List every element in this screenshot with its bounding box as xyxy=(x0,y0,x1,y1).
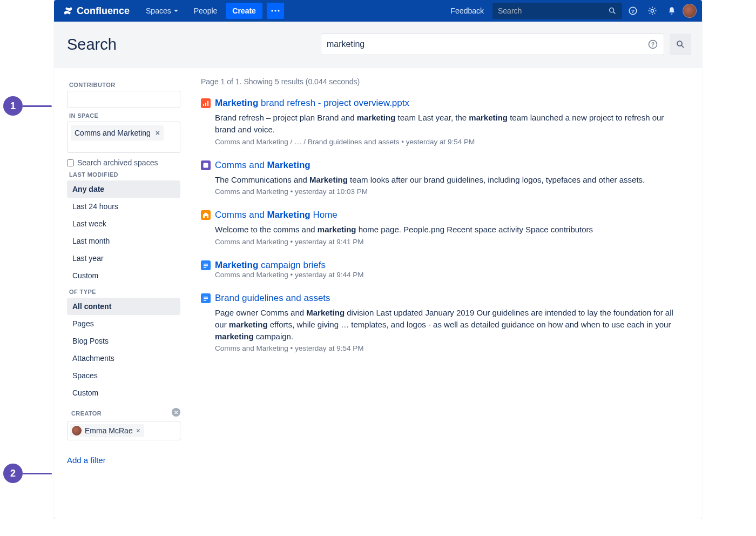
results-panel: Page 1 of 1. Showing 5 results (0.044 se… xyxy=(188,77,702,465)
creator-name: Emma McRae xyxy=(85,426,133,435)
creator-chip: Emma McRae × xyxy=(70,424,144,437)
help-button[interactable]: ? xyxy=(624,2,642,19)
filter-option[interactable]: Pages xyxy=(67,315,180,332)
archived-checkbox[interactable] xyxy=(67,159,74,166)
result-path: Comms and Marketing • yesterday at 9:44 … xyxy=(215,271,686,279)
svg-rect-13 xyxy=(205,103,206,106)
contributor-label: CONTRIBUTOR xyxy=(69,82,180,88)
result-title-link[interactable]: Comms and Marketing xyxy=(215,160,310,171)
svg-rect-15 xyxy=(204,163,208,168)
svg-line-4 xyxy=(613,12,615,14)
home-icon xyxy=(201,210,211,220)
of-type-label: OF TYPE xyxy=(69,289,180,295)
result-snippet: Welcome to the comms and marketing home … xyxy=(215,224,686,236)
page-title: Search xyxy=(67,36,186,53)
filter-option[interactable]: Last week xyxy=(67,215,180,232)
archived-checkbox-row[interactable]: Search archived spaces xyxy=(67,158,180,167)
add-filter-link[interactable]: Add a filter xyxy=(67,455,180,465)
notifications-button[interactable] xyxy=(663,2,680,19)
bell-icon xyxy=(667,6,677,16)
more-icon xyxy=(271,10,280,12)
svg-point-7 xyxy=(651,9,653,12)
svg-rect-21 xyxy=(204,300,206,301)
space-chip-remove[interactable]: × xyxy=(156,129,160,137)
chevron-down-icon xyxy=(173,8,179,14)
result-path: Comms and Marketing • yesterday at 9:54 … xyxy=(215,344,686,352)
space-chip: Comms and Marketing × xyxy=(71,125,164,140)
callout-2: 2 xyxy=(3,464,52,483)
search-result: Marketing campaign briefsComms and Marke… xyxy=(201,260,686,279)
svg-rect-18 xyxy=(204,267,206,268)
creator-avatar-icon xyxy=(72,426,82,435)
svg-text:?: ? xyxy=(631,8,634,14)
filter-option[interactable]: Last 24 hours xyxy=(67,198,180,215)
top-search-input[interactable] xyxy=(498,6,595,15)
result-snippet: The Communications and Marketing team lo… xyxy=(215,174,686,186)
filter-option[interactable]: Custom xyxy=(67,267,180,284)
creator-chip-remove[interactable]: × xyxy=(136,426,140,435)
last-modified-label: LAST MODIFIED xyxy=(69,171,180,178)
callout-1: 1 xyxy=(3,96,52,116)
filter-option[interactable]: Last month xyxy=(67,232,180,250)
brand[interactable]: Confluence xyxy=(63,5,130,17)
space-icon xyxy=(201,160,211,170)
svg-rect-16 xyxy=(204,264,208,265)
search-result: Comms and MarketingThe Communications an… xyxy=(201,160,686,196)
page-icon xyxy=(201,260,211,270)
svg-rect-19 xyxy=(204,297,208,298)
result-title-link[interactable]: Comms and Marketing Home xyxy=(215,210,338,220)
svg-rect-20 xyxy=(204,298,208,299)
svg-point-10 xyxy=(677,41,682,46)
search-result: Brand guidelines and assetsPage owner Co… xyxy=(201,293,686,352)
filter-option[interactable]: Spaces xyxy=(67,367,180,384)
filter-option[interactable]: All content xyxy=(67,298,180,315)
svg-point-1 xyxy=(274,10,276,11)
filter-option[interactable]: Any date xyxy=(67,180,180,198)
last-modified-options: Any dateLast 24 hoursLast weekLast month… xyxy=(67,180,180,284)
in-space-label: IN SPACE xyxy=(69,112,180,119)
contributor-input[interactable] xyxy=(67,91,180,108)
svg-rect-12 xyxy=(203,104,204,106)
help-icon: ? xyxy=(628,6,638,16)
search-result: Marketing brand refresh - project overvi… xyxy=(201,98,686,146)
search-field-wrapper[interactable]: ? xyxy=(321,34,664,55)
result-path: Comms and Marketing / … / Brand guidelin… xyxy=(215,138,686,146)
top-search[interactable] xyxy=(492,3,622,19)
result-snippet: Brand refresh – project plan Brand and m… xyxy=(215,112,686,136)
ppt-icon xyxy=(201,98,211,108)
filter-option[interactable]: Last year xyxy=(67,250,180,267)
svg-text:?: ? xyxy=(651,42,654,48)
svg-point-3 xyxy=(610,8,614,12)
nav-people[interactable]: People xyxy=(187,0,224,22)
filters-sidebar: CONTRIBUTOR IN SPACE Comms and Marketing… xyxy=(54,77,188,465)
search-help-icon[interactable]: ? xyxy=(647,39,658,50)
svg-line-11 xyxy=(681,45,684,48)
create-button[interactable]: Create xyxy=(226,3,262,19)
avatar[interactable] xyxy=(683,4,697,18)
search-submit-button[interactable] xyxy=(670,34,691,55)
creator-clear-button[interactable]: ✕ xyxy=(172,408,180,417)
creator-input[interactable]: Emma McRae × xyxy=(67,421,180,440)
nav-more-button[interactable] xyxy=(267,3,284,19)
settings-button[interactable] xyxy=(644,2,661,19)
nav-feedback[interactable]: Feedback xyxy=(444,0,490,22)
of-type-options: All contentPagesBlog PostsAttachmentsSpa… xyxy=(67,298,180,401)
search-result: Comms and Marketing HomeWelcome to the c… xyxy=(201,210,686,246)
search-header: Search ? xyxy=(54,22,702,68)
result-path: Comms and Marketing • yesterday at 10:03… xyxy=(215,187,686,196)
nav-spaces[interactable]: Spaces xyxy=(139,0,185,22)
results-meta: Page 1 of 1. Showing 5 results (0.044 se… xyxy=(201,77,686,86)
search-input[interactable] xyxy=(327,39,647,49)
search-icon xyxy=(608,6,617,15)
filter-option[interactable]: Attachments xyxy=(67,350,180,367)
in-space-input[interactable]: Comms and Marketing × xyxy=(67,122,180,153)
svg-rect-17 xyxy=(204,265,208,266)
space-chip-label: Comms and Marketing xyxy=(75,128,151,138)
archived-label: Search archived spaces xyxy=(77,158,158,167)
result-title-link[interactable]: Marketing campaign briefs xyxy=(215,260,326,271)
filter-option[interactable]: Custom xyxy=(67,384,180,401)
result-title-link[interactable]: Brand guidelines and assets xyxy=(215,293,330,304)
result-title-link[interactable]: Marketing brand refresh - project overvi… xyxy=(215,98,409,109)
filter-option[interactable]: Blog Posts xyxy=(67,332,180,350)
result-snippet: Page owner Comms and Marketing division … xyxy=(215,307,686,342)
